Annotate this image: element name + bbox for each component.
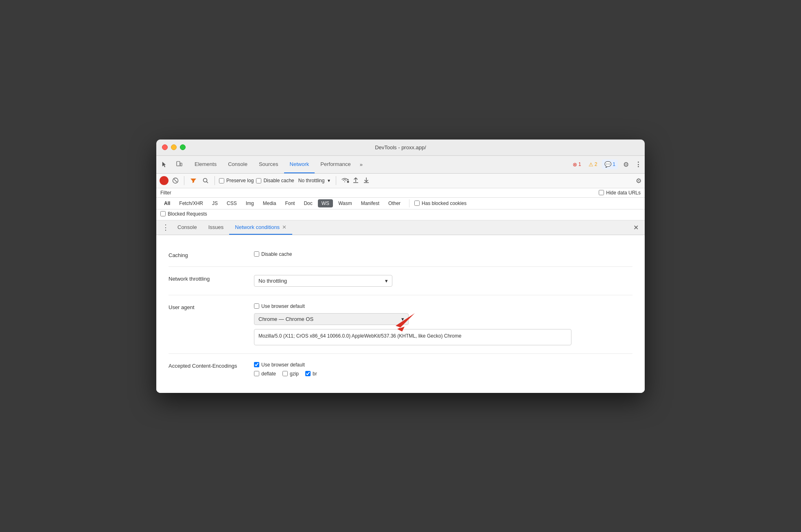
throttle-arrow-icon: ▾: [385, 278, 388, 284]
encoding-checkboxes: deflate gzip br: [254, 371, 632, 377]
filter-tab-img[interactable]: Img: [242, 199, 258, 207]
maximize-button[interactable]: [180, 144, 186, 150]
download-icon[interactable]: [362, 175, 370, 186]
window-title: DevTools - proxx.app/: [375, 144, 426, 150]
blocked-requests-row: Blocked Requests: [156, 209, 645, 220]
throttling-row: Network throttling No throttling ▾: [169, 267, 632, 295]
filter-tab-media[interactable]: Media: [259, 199, 280, 207]
gzip-input[interactable]: [282, 371, 288, 376]
tab-console[interactable]: Console: [222, 155, 253, 173]
ua-select-container: Chrome — Chrome OS ▾: [254, 313, 632, 325]
blocked-requests-input[interactable]: [160, 211, 166, 216]
record-button[interactable]: [160, 176, 169, 185]
error-badge[interactable]: ⊗ 1: [570, 159, 584, 169]
drawer-close-icon[interactable]: ✕: [630, 222, 641, 233]
top-tabs: Elements Console Sources Network Perform…: [189, 155, 570, 173]
filter-tab-js[interactable]: JS: [208, 199, 221, 207]
user-agent-row: User agent Use browser default Chrome — …: [169, 295, 632, 354]
has-blocked-cookies-checkbox[interactable]: Has blocked cookies: [414, 201, 466, 206]
gzip-checkbox[interactable]: gzip: [282, 371, 299, 377]
use-browser-default-enc-label[interactable]: Use browser default: [254, 362, 632, 368]
has-blocked-cookies-input[interactable]: [414, 201, 420, 206]
encodings-control: Use browser default deflate gzip: [254, 362, 632, 377]
use-browser-default-ua-input[interactable]: [254, 303, 259, 309]
device-toggle-icon[interactable]: [173, 159, 185, 170]
disable-cache-label[interactable]: Disable cache: [254, 251, 632, 257]
filter-tab-wasm[interactable]: Wasm: [335, 199, 356, 207]
filter-icon[interactable]: [188, 177, 198, 185]
titlebar: DevTools - proxx.app/: [156, 140, 645, 156]
user-agent-control: Use browser default Chrome — Chrome OS ▾: [254, 303, 632, 345]
br-input[interactable]: [305, 371, 311, 376]
drawer-tab-console[interactable]: Console: [172, 220, 203, 235]
disable-cache-checkbox[interactable]: Disable cache: [256, 178, 294, 183]
tab-performance[interactable]: Performance: [315, 155, 356, 173]
svg-point-2: [178, 165, 178, 166]
svg-point-5: [204, 179, 207, 182]
use-browser-default-ua-label[interactable]: Use browser default: [254, 303, 632, 309]
close-network-conditions-icon[interactable]: ✕: [282, 224, 287, 230]
drawer-tab-issues[interactable]: Issues: [203, 220, 230, 235]
filter-bar: Filter Hide data URLs: [156, 188, 645, 198]
caching-row: Caching Disable cache: [169, 243, 632, 267]
svg-rect-1: [180, 163, 182, 166]
divider2: [214, 176, 215, 185]
tab-network[interactable]: Network: [284, 155, 315, 173]
filter-tab-ws[interactable]: WS: [318, 199, 333, 207]
conditions-panel: Caching Disable cache Network throttling…: [156, 235, 645, 393]
preserve-log-input[interactable]: [219, 178, 224, 183]
throttle-dropdown-icon: ▾: [328, 178, 330, 183]
filter-tab-font[interactable]: Font: [281, 199, 298, 207]
top-tabbar: Elements Console Sources Network Perform…: [156, 156, 645, 174]
hide-data-urls-input[interactable]: [599, 190, 604, 195]
cursor-icon[interactable]: [159, 159, 170, 170]
preserve-log-checkbox[interactable]: Preserve log: [219, 178, 254, 183]
drawer-more-icon[interactable]: ⋮: [160, 223, 172, 232]
filter-tab-doc[interactable]: Doc: [300, 199, 316, 207]
devtools-window: DevTools - proxx.app/: [156, 140, 645, 393]
blocked-requests-checkbox[interactable]: Blocked Requests: [160, 211, 207, 217]
use-browser-default-enc-input[interactable]: [254, 362, 259, 367]
traffic-lights: [162, 144, 186, 150]
tab-sources[interactable]: Sources: [253, 155, 284, 173]
info-badge[interactable]: 💬 1: [602, 159, 618, 169]
wifi-conditions-icon[interactable]: [340, 177, 349, 185]
throttle-dropdown[interactable]: No throttling ▾: [254, 275, 392, 287]
encodings-row: Accepted Content-Encodings Use browser d…: [169, 354, 632, 385]
filter-label: Filter: [160, 190, 171, 196]
settings-icon[interactable]: ⚙: [620, 159, 632, 170]
filter-tab-other[interactable]: Other: [385, 199, 404, 207]
caching-label: Caching: [169, 251, 242, 258]
disable-cache-input[interactable]: [256, 178, 261, 183]
upload-icon[interactable]: [352, 175, 360, 186]
more-options-icon[interactable]: ⋮: [634, 159, 642, 170]
clear-button[interactable]: [171, 176, 180, 185]
deflate-input[interactable]: [254, 371, 259, 376]
ua-arrow-icon: ▾: [401, 316, 404, 322]
deflate-checkbox[interactable]: deflate: [254, 371, 276, 377]
warn-badge[interactable]: ⚠ 2: [586, 159, 600, 169]
divider: [184, 176, 184, 185]
close-button[interactable]: [162, 144, 168, 150]
network-toolbar: Preserve log Disable cache No throttling…: [156, 174, 645, 188]
ua-dropdown[interactable]: Chrome — Chrome OS ▾: [254, 313, 409, 325]
br-checkbox[interactable]: br: [305, 371, 317, 377]
divider3: [336, 176, 336, 185]
throttling-label: Network throttling: [169, 275, 242, 282]
devtools-body: Elements Console Sources Network Perform…: [156, 156, 645, 393]
tab-elements[interactable]: Elements: [189, 155, 222, 173]
caching-control: Disable cache: [254, 251, 632, 257]
throttle-select[interactable]: No throttling ▾: [297, 177, 332, 184]
tab-more[interactable]: »: [357, 155, 366, 173]
disable-cache-conditions-input[interactable]: [254, 251, 259, 257]
filter-tab-fetch-xhr[interactable]: Fetch/XHR: [175, 199, 207, 207]
search-icon[interactable]: [201, 177, 210, 185]
ua-string-field[interactable]: Mozilla/5.0 (X11; CrOS x86_64 10066.0.0)…: [254, 329, 571, 345]
filter-tab-all[interactable]: All: [160, 199, 174, 207]
filter-tab-css[interactable]: CSS: [223, 199, 241, 207]
network-settings-icon[interactable]: ⚙: [636, 177, 641, 185]
hide-data-urls-checkbox[interactable]: Hide data URLs: [599, 190, 641, 196]
drawer-tab-network-conditions[interactable]: Network conditions ✕: [229, 220, 292, 235]
minimize-button[interactable]: [171, 144, 177, 150]
filter-tab-manifest[interactable]: Manifest: [357, 199, 383, 207]
